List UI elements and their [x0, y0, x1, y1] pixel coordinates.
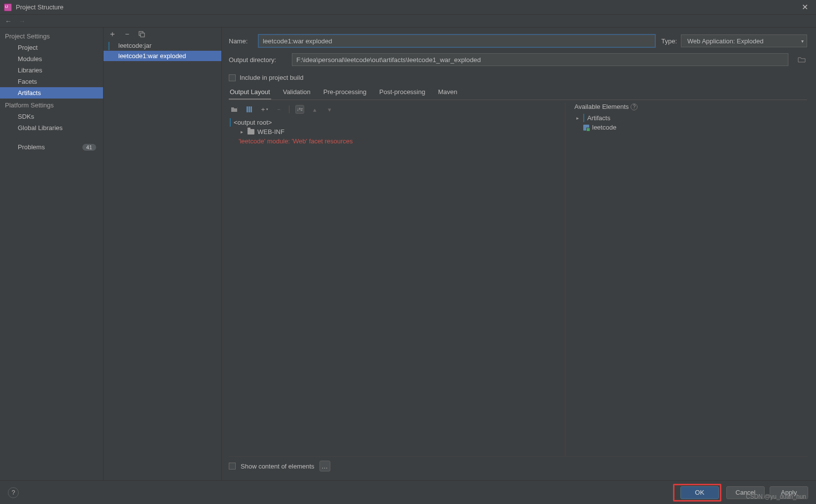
add-copy-icon[interactable]: ＋▾	[259, 105, 268, 114]
sidebar-item-facets[interactable]: Facets	[0, 76, 103, 87]
ae-artifacts-label: Artifacts	[587, 114, 610, 122]
new-folder-icon[interactable]: +	[230, 105, 239, 114]
include-build-label: Include in project build	[240, 74, 303, 81]
artifact-toolbar: ＋ －	[104, 28, 221, 40]
include-build-row[interactable]: Include in project build	[229, 74, 807, 81]
help-button[interactable]: ?	[8, 487, 19, 498]
sidebar-item-artifacts[interactable]: Artifacts	[0, 87, 103, 99]
back-arrow-icon[interactable]: ←	[5, 17, 12, 25]
sort-icon[interactable]: ↓ªz	[295, 105, 304, 114]
titlebar: Project Structure ✕	[0, 0, 816, 15]
show-content-label: Show content of elements	[241, 463, 315, 470]
folder-icon	[248, 129, 254, 134]
separator	[289, 105, 289, 113]
ok-highlight: OK	[673, 484, 721, 502]
copy-icon[interactable]	[138, 31, 145, 37]
ae-artifacts[interactable]: ▸ Artifacts	[574, 113, 807, 123]
artifact-list-panel: ＋ － leetcode:jar leetcode1:war exploded	[104, 28, 222, 480]
artifact-icon	[230, 119, 231, 126]
svg-rect-5	[250, 106, 252, 112]
sidebar: Project Settings Project Modules Librari…	[0, 28, 104, 480]
tree-root[interactable]: <output root>	[230, 118, 564, 127]
tree-node[interactable]: ▸ WEB-INF	[230, 127, 564, 136]
sidebar-item-libraries[interactable]: Libraries	[0, 65, 103, 76]
name-input[interactable]	[258, 34, 655, 47]
app-icon	[4, 3, 12, 11]
tab-output-layout[interactable]: Output Layout	[229, 85, 271, 100]
svg-rect-1	[141, 33, 144, 37]
name-label: Name:	[229, 37, 252, 45]
artifact-icon	[108, 53, 115, 60]
artifact-label: leetcode:jar	[118, 42, 151, 49]
available-elements-header: Available Elements	[574, 103, 629, 110]
watermark: CSDN @yu_duan_hun	[746, 493, 806, 500]
ae-module-label: leetcode	[592, 124, 616, 131]
sidebar-item-global-libraries[interactable]: Global Libraries	[0, 122, 103, 134]
window-title: Project Structure	[16, 3, 797, 11]
tab-preprocessing[interactable]: Pre-processing	[322, 85, 367, 100]
move-up-icon: ▴	[310, 105, 319, 114]
sidebar-item-problems[interactable]: Problems 41	[0, 140, 103, 154]
ae-module[interactable]: leetcode	[574, 123, 807, 132]
output-layout-toolbar: + ＋▾ － ↓ªz ▴ ▾	[229, 103, 565, 116]
output-dir-label: Output directory:	[229, 56, 286, 64]
module-icon	[583, 125, 589, 131]
svg-rect-3	[247, 106, 248, 112]
dialog-footer: ? OK Cancel Apply	[0, 480, 816, 504]
tree-node-label: WEB-INF	[257, 128, 284, 135]
add-icon[interactable]: ＋	[108, 29, 116, 39]
output-layout-left: + ＋▾ － ↓ªz ▴ ▾ <output root> ▸	[229, 103, 566, 456]
tree-warning[interactable]: 'leetcode' module: 'Web' facet resources	[230, 137, 564, 145]
sidebar-item-project[interactable]: Project	[0, 42, 103, 53]
problems-label: Problems	[18, 143, 45, 151]
tabs: Output Layout Validation Pre-processing …	[229, 85, 807, 100]
show-content-options-button[interactable]: …	[319, 461, 330, 471]
remove-icon[interactable]: －	[123, 29, 131, 39]
sidebar-item-modules[interactable]: Modules	[0, 53, 103, 65]
available-elements: Available Elements ? ▸ Artifacts leetcod…	[570, 103, 807, 456]
show-content-checkbox[interactable]	[229, 463, 236, 470]
type-label: Type:	[661, 37, 677, 45]
artifact-icon	[583, 114, 584, 122]
svg-text:+: +	[237, 106, 238, 110]
sidebar-heading-platform: Platform Settings	[0, 99, 103, 111]
type-dropdown[interactable]: Web Application: Exploded ▾	[681, 34, 807, 47]
sidebar-heading-project: Project Settings	[0, 30, 103, 42]
artifact-icon	[108, 42, 115, 49]
artifact-row[interactable]: leetcode:jar	[104, 40, 221, 51]
chevron-down-icon: ▾	[801, 38, 804, 44]
nav-bar: ← →	[0, 15, 816, 28]
problems-badge: 41	[82, 144, 96, 151]
remove-item-icon: －	[274, 105, 283, 114]
browse-icon[interactable]	[796, 54, 807, 65]
close-icon[interactable]: ✕	[797, 2, 812, 12]
new-directory-icon[interactable]	[245, 105, 253, 114]
tab-validation[interactable]: Validation	[282, 85, 312, 100]
move-down-icon: ▾	[325, 105, 334, 114]
output-dir-input[interactable]	[292, 53, 788, 66]
ok-button[interactable]: OK	[680, 486, 719, 499]
tab-postprocessing[interactable]: Post-processing	[378, 85, 426, 100]
tree-root-label: <output root>	[234, 119, 272, 126]
forward-arrow-icon: →	[19, 17, 26, 25]
tab-maven[interactable]: Maven	[437, 85, 458, 100]
chevron-right-icon[interactable]: ▸	[239, 129, 245, 134]
artifact-row[interactable]: leetcode1:war exploded	[104, 51, 221, 61]
svg-rect-4	[248, 106, 250, 112]
help-icon[interactable]: ?	[631, 103, 638, 110]
chevron-right-icon[interactable]: ▸	[574, 115, 580, 121]
sidebar-item-sdks[interactable]: SDKs	[0, 111, 103, 122]
artifact-label: leetcode1:war exploded	[118, 52, 186, 60]
type-value: Web Application: Exploded	[687, 37, 763, 45]
include-build-checkbox[interactable]	[229, 74, 236, 81]
output-tree[interactable]: <output root> ▸ WEB-INF 'leetcode' modul…	[229, 116, 565, 147]
artifact-editor: Name: Type: Web Application: Exploded ▾ …	[222, 28, 816, 480]
